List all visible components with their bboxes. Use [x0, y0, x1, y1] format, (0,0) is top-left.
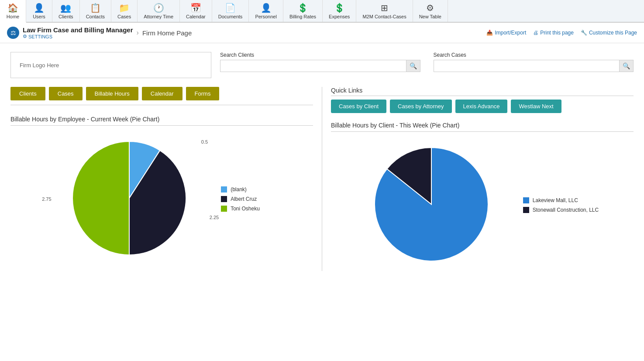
- print-icon: 🖨: [533, 30, 538, 36]
- legend-swatch: [221, 186, 227, 193]
- quick-link-btn-3[interactable]: Westlaw Next: [511, 100, 561, 113]
- right-pie-wrapper: [366, 139, 497, 271]
- legend-label: (blank): [231, 186, 247, 193]
- nav-item-documents[interactable]: 📄Documents: [212, 0, 249, 22]
- nav-label-2: Clients: [59, 14, 73, 19]
- customize-link[interactable]: 🔧 Customize this Page: [581, 30, 637, 36]
- legend-swatch: [523, 197, 529, 203]
- quick-links-section: Quick Links Cases by ClientCases by Atto…: [331, 87, 634, 113]
- legend-item-(blank): (blank): [221, 186, 260, 193]
- search-cases-button[interactable]: 🔍: [620, 60, 634, 72]
- app-logo-icon: ⚖: [7, 27, 19, 39]
- quick-action-btn-calendar[interactable]: Calendar: [142, 87, 183, 100]
- legend-label: Lakeview Mall, LLC: [533, 197, 578, 203]
- nav-icon-8: 👤: [261, 3, 272, 13]
- search-cases-label: Search Cases: [434, 52, 634, 58]
- nav-icon-3: 📋: [90, 3, 101, 13]
- firm-logo-box: Firm Logo Here: [10, 52, 211, 78]
- legend-item-Toni Osheku: Toni Osheku: [221, 206, 260, 212]
- quick-action-btn-forms[interactable]: Forms: [186, 87, 220, 100]
- nav-icon-0: 🏠: [7, 3, 18, 13]
- quick-action-row: ClientsCasesBillable HoursCalendarForms: [10, 87, 313, 105]
- legend-item-Stonewall Construction, LLC: Stonewall Construction, LLC: [523, 207, 599, 213]
- nav-item-m2m-contact-cases[interactable]: ⊞M2M Contact-Cases: [356, 0, 413, 22]
- legend-label: Stonewall Construction, LLC: [533, 207, 599, 213]
- quick-action-btn-cases[interactable]: Cases: [49, 87, 83, 100]
- quick-links-label: Quick Links: [331, 87, 634, 96]
- nav-label-9: Billing Rates: [289, 14, 316, 19]
- right-chart-legend: Lakeview Mall, LLCStonewall Construction…: [523, 197, 599, 213]
- search-cases-input[interactable]: [434, 60, 620, 72]
- nav-label-1: Users: [33, 14, 45, 19]
- nav-label-3: Contacts: [86, 14, 105, 19]
- nav-item-personnel[interactable]: 👤Personnel: [249, 0, 283, 22]
- nav-icon-2: 👥: [60, 3, 71, 13]
- nav-icon-9: 💲: [297, 3, 308, 13]
- quick-action-btn-clients[interactable]: Clients: [10, 87, 45, 100]
- left-pie-label-top: 0.5: [201, 139, 208, 144]
- top-navigation: 🏠Home👤Users👥Clients📋Contacts📁Cases🕐Attor…: [0, 0, 644, 23]
- nav-label-6: Calendar: [186, 14, 206, 19]
- left-pie-label-left: 2.75: [42, 196, 51, 202]
- nav-item-expenses[interactable]: 💲Expenses: [323, 0, 356, 22]
- nav-label-7: Documents: [218, 14, 243, 19]
- nav-label-11: M2M Contact-Cases: [362, 14, 406, 19]
- customize-icon: 🔧: [581, 30, 587, 36]
- print-link[interactable]: 🖨 Print this page: [533, 30, 574, 36]
- search-clients-input[interactable]: [220, 60, 406, 72]
- search-clients-label: Search Clients: [220, 52, 420, 58]
- nav-icon-7: 📄: [225, 3, 236, 13]
- legend-label: Toni Osheku: [231, 206, 260, 212]
- nav-label-4: Cases: [117, 14, 131, 19]
- import-export-link[interactable]: 📥 Import/Export: [486, 30, 526, 36]
- right-pie-chart: [366, 139, 497, 270]
- nav-item-new-table[interactable]: ⚙New Table: [413, 0, 448, 22]
- nav-icon-11: ⊞: [381, 3, 388, 13]
- pie-slice-Toni Osheku: [72, 141, 129, 255]
- right-chart-title: Billable Hours by Client - This Week (Pi…: [331, 122, 634, 132]
- nav-label-0: Home: [7, 14, 19, 19]
- nav-label-5: Attorney Time: [144, 14, 173, 19]
- breadcrumb-bar: ⚖ Law Firm Case and Billing Manager ⚙ SE…: [0, 23, 644, 43]
- search-clients-button[interactable]: 🔍: [406, 60, 420, 72]
- nav-item-users[interactable]: 👤Users: [26, 0, 52, 22]
- left-chart-legend: (blank)Albert CruzToni Osheku: [221, 186, 260, 212]
- legend-item-Albert Cruz: Albert Cruz: [221, 196, 260, 202]
- nav-label-12: New Table: [419, 14, 441, 19]
- nav-icon-4: 📁: [119, 3, 130, 13]
- nav-icon-5: 🕐: [153, 3, 164, 13]
- left-chart-title: Billable Hours by Employee - Current Wee…: [10, 116, 313, 126]
- nav-item-home[interactable]: 🏠Home: [0, 0, 26, 23]
- nav-label-8: Personnel: [255, 14, 277, 19]
- app-name: Law Firm Case and Billing Manager: [23, 26, 133, 34]
- legend-label: Albert Cruz: [231, 196, 257, 202]
- firm-logo-placeholder: Firm Logo Here: [20, 62, 59, 69]
- import-export-icon: 📥: [486, 30, 493, 36]
- gear-icon: ⚙: [23, 34, 27, 39]
- right-chart-area: Lakeview Mall, LLCStonewall Construction…: [331, 139, 634, 271]
- nav-item-calendar[interactable]: 📅Calendar: [180, 0, 212, 22]
- left-pie-label-right: 2.25: [210, 215, 219, 220]
- search-cases-group: Search Cases 🔍: [434, 52, 634, 72]
- legend-swatch: [221, 196, 227, 202]
- nav-item-contacts[interactable]: 📋Contacts: [80, 0, 111, 22]
- quick-link-btn-1[interactable]: Cases by Attorney: [390, 100, 452, 113]
- settings-link[interactable]: ⚙ SETTINGS: [23, 34, 133, 39]
- nav-icon-6: 📅: [190, 3, 201, 13]
- quick-action-btn-billable-hours[interactable]: Billable Hours: [86, 87, 138, 100]
- quick-link-btn-2[interactable]: Lexis Advance: [455, 100, 508, 113]
- quick-link-btn-0[interactable]: Cases by Client: [331, 100, 386, 113]
- nav-item-attorney-time[interactable]: 🕐Attorney Time: [138, 0, 180, 22]
- nav-icon-1: 👤: [34, 3, 45, 13]
- nav-item-clients[interactable]: 👥Clients: [52, 0, 80, 22]
- search-clients-group: Search Clients 🔍: [220, 52, 420, 72]
- left-chart-area: 2.75 0.5 2.25 (blank)Albert CruzToni Osh…: [10, 133, 313, 265]
- legend-item-Lakeview Mall, LLC: Lakeview Mall, LLC: [523, 197, 599, 203]
- legend-swatch: [221, 206, 227, 212]
- nav-icon-12: ⚙: [426, 3, 434, 13]
- nav-icon-10: 💲: [334, 3, 345, 13]
- left-pie-chart: [64, 133, 195, 264]
- breadcrumb-separator: ›: [137, 29, 139, 37]
- nav-item-billing-rates[interactable]: 💲Billing Rates: [283, 0, 323, 22]
- nav-item-cases[interactable]: 📁Cases: [111, 0, 138, 22]
